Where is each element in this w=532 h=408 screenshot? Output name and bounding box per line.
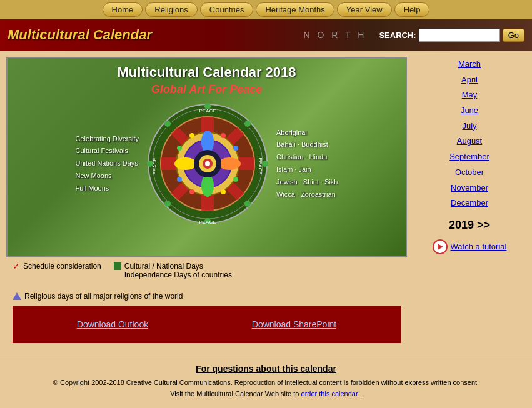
svg-text:PEACE: PEACE xyxy=(258,157,263,174)
square-icon xyxy=(114,262,121,270)
legend: ✓ Schedule consideration Cultural / Nati… xyxy=(6,257,407,306)
download-sharepoint-link[interactable]: Download SharePoint xyxy=(252,319,336,329)
sidebar: March April May June July August Septemb… xyxy=(413,57,526,349)
legend-square-item: Cultural / National Days Independence Da… xyxy=(114,262,232,279)
left-labels: Celebrating Diversity Cultural Festivals… xyxy=(76,133,139,195)
calendar-area: Multicultural Calendar 2018 Global Art F… xyxy=(6,57,407,349)
search-label: SEARCH: xyxy=(379,31,416,40)
download-bar: Download Outlook Download SharePoint xyxy=(13,306,401,343)
svg-point-34 xyxy=(189,189,194,194)
month-july[interactable]: July xyxy=(413,119,526,134)
footer-period: . xyxy=(360,390,362,397)
calendar-title: Multicultural Calendar 2018 xyxy=(14,64,399,81)
svg-point-7 xyxy=(164,201,171,207)
month-december[interactable]: December xyxy=(413,196,526,211)
svg-text:PEACE: PEACE xyxy=(199,219,216,225)
nav-help[interactable]: Help xyxy=(394,2,430,17)
svg-point-22 xyxy=(218,157,241,170)
month-march[interactable]: March xyxy=(413,57,526,72)
footer-visit-text: Visit the Multicultural Calendar Web sit… xyxy=(170,390,299,397)
svg-point-28 xyxy=(205,161,210,166)
right-labels: Aboriginal Bahá'í · Buddhist Christian ·… xyxy=(276,127,338,201)
check-icon: ✓ xyxy=(13,262,20,271)
download-outlook-link[interactable]: Download Outlook xyxy=(77,319,148,329)
north-text: N O R T H xyxy=(304,30,367,40)
month-august[interactable]: August xyxy=(413,134,526,149)
play-icon xyxy=(433,239,448,254)
month-may[interactable]: May xyxy=(413,87,526,103)
calendar-image-box: Multicultural Calendar 2018 Global Art F… xyxy=(6,57,407,257)
svg-text:PEACE: PEACE xyxy=(152,157,158,174)
svg-point-23 xyxy=(201,174,214,197)
watch-tutorial-text: Watch a tutorial xyxy=(451,242,507,251)
svg-point-3 xyxy=(244,121,251,127)
legend-check-text: Schedule consideration xyxy=(23,262,101,271)
play-triangle-icon xyxy=(438,244,443,250)
label-cultural: Cultural Festivals xyxy=(76,145,139,157)
footer-order-link[interactable]: order this calendar xyxy=(301,390,358,397)
nav-religions[interactable]: Religions xyxy=(145,2,197,17)
footer: For questions about this calendar © Copy… xyxy=(0,356,532,407)
label-celebrating: Celebrating Diversity xyxy=(76,133,139,146)
main-content: Multicultural Calendar 2018 Global Art F… xyxy=(0,51,532,356)
calendar-subtitle: Global Art For Peace xyxy=(14,83,399,96)
svg-point-32 xyxy=(233,177,238,182)
legend-check-item: ✓ Schedule consideration xyxy=(13,262,101,271)
label-islam: Islam · Jain xyxy=(276,164,338,176)
svg-point-9 xyxy=(164,121,171,127)
svg-point-35 xyxy=(177,177,182,182)
nav-home[interactable]: Home xyxy=(103,2,143,17)
month-november[interactable]: November xyxy=(413,181,526,196)
calendar-content: Celebrating Diversity Cultural Festivals… xyxy=(14,101,399,226)
search-input[interactable] xyxy=(419,29,500,42)
label-bahai: Bahá'í · Buddhist xyxy=(276,139,338,151)
month-october[interactable]: October xyxy=(413,165,526,181)
label-un-days: United Nations Days xyxy=(76,157,139,170)
label-wicca: Wicca · Zoroastrian xyxy=(276,189,338,201)
label-full-moons: Full Moons xyxy=(76,182,139,195)
search-go-button[interactable]: Go xyxy=(503,29,524,42)
next-year-link[interactable]: 2019 >> xyxy=(413,219,526,232)
svg-point-21 xyxy=(201,131,214,153)
svg-text:PEACE: PEACE xyxy=(199,108,216,114)
svg-point-36 xyxy=(177,146,182,151)
header: Multicultural Calendar N O R T H SEARCH:… xyxy=(0,19,532,51)
label-jewish: Jewish · Shint · Sikh xyxy=(276,176,338,189)
search-area: SEARCH: Go xyxy=(379,29,524,42)
watch-tutorial-button[interactable]: Watch a tutorial xyxy=(413,239,526,254)
svg-point-31 xyxy=(233,146,238,151)
footer-copy-text: © Copyright 2002-2018 Creative Cultural … xyxy=(53,379,479,386)
svg-point-33 xyxy=(221,189,226,194)
month-june[interactable]: June xyxy=(413,103,526,119)
legend-triangle-text: Religious days of all major religions of… xyxy=(24,292,183,301)
svg-point-29 xyxy=(189,133,194,138)
label-new-moons: New Moons xyxy=(76,170,139,182)
label-christian: Christian · Hindu xyxy=(276,151,338,164)
svg-point-24 xyxy=(174,157,197,170)
month-april[interactable]: April xyxy=(413,72,526,88)
legend-triangle-item: Religious days of all major religions of… xyxy=(13,292,183,301)
nav-year-view[interactable]: Year View xyxy=(337,2,392,17)
nav-countries[interactable]: Countries xyxy=(200,2,254,17)
svg-point-30 xyxy=(221,133,226,138)
legend-square-text: Cultural / National Days Independence Da… xyxy=(124,262,232,279)
label-aboriginal: Aboriginal xyxy=(276,127,338,139)
nav-heritage-months[interactable]: Heritage Months xyxy=(256,2,334,17)
triangle-icon xyxy=(13,292,21,300)
navbar: Home Religions Countries Heritage Months… xyxy=(0,0,532,19)
mandala-image: PEACE PEACE PEACE PEACE xyxy=(145,101,270,226)
month-september[interactable]: September xyxy=(413,149,526,165)
svg-point-5 xyxy=(244,201,251,207)
site-title: Multicultural Calendar xyxy=(8,27,304,43)
footer-heading: For questions about this calendar xyxy=(13,364,519,374)
footer-copyright: © Copyright 2002-2018 Creative Cultural … xyxy=(13,377,519,399)
